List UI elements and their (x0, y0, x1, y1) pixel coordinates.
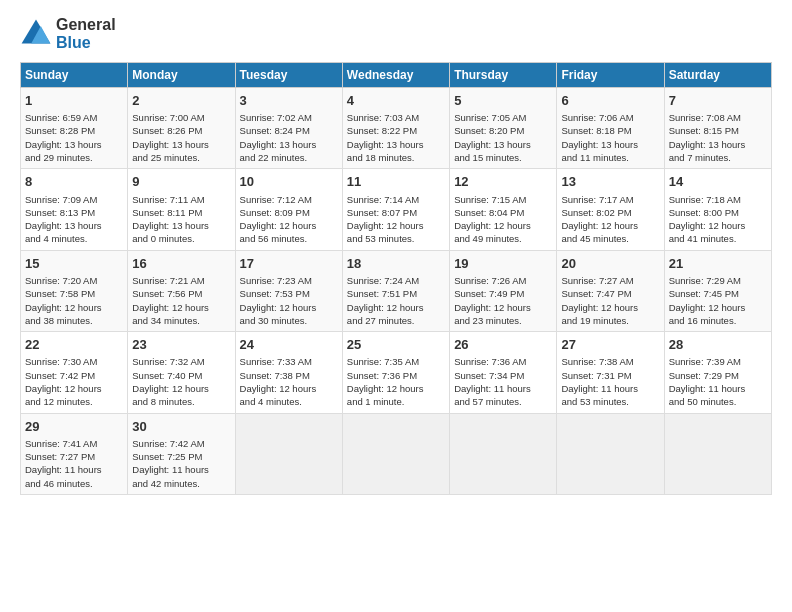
day-info-line: Daylight: 12 hours (561, 301, 659, 314)
day-number: 13 (561, 173, 659, 191)
calendar-cell: 21Sunrise: 7:29 AMSunset: 7:45 PMDayligh… (664, 250, 771, 331)
calendar-page: General Blue SundayMondayTuesdayWednesda… (0, 0, 792, 505)
day-number: 15 (25, 255, 123, 273)
calendar-cell (664, 413, 771, 494)
calendar-cell: 28Sunrise: 7:39 AMSunset: 7:29 PMDayligh… (664, 332, 771, 413)
day-info-line: Sunset: 8:07 PM (347, 206, 445, 219)
day-info-line: Daylight: 12 hours (454, 301, 552, 314)
day-info-line: and 25 minutes. (132, 151, 230, 164)
day-info-line: Sunset: 8:04 PM (454, 206, 552, 219)
day-info-line: Daylight: 12 hours (25, 382, 123, 395)
day-number: 23 (132, 336, 230, 354)
calendar-cell: 26Sunrise: 7:36 AMSunset: 7:34 PMDayligh… (450, 332, 557, 413)
day-number: 3 (240, 92, 338, 110)
day-info-line: Daylight: 11 hours (25, 463, 123, 476)
day-info-line: Sunset: 8:28 PM (25, 124, 123, 137)
day-number: 5 (454, 92, 552, 110)
day-number: 10 (240, 173, 338, 191)
day-info-line: Daylight: 12 hours (240, 219, 338, 232)
day-info-line: Sunset: 8:18 PM (561, 124, 659, 137)
day-info-line: and 53 minutes. (561, 395, 659, 408)
day-info-line: Sunrise: 7:32 AM (132, 355, 230, 368)
day-info-line: Sunset: 8:09 PM (240, 206, 338, 219)
day-info-line: Sunset: 8:00 PM (669, 206, 767, 219)
calendar-cell: 2Sunrise: 7:00 AMSunset: 8:26 PMDaylight… (128, 88, 235, 169)
day-info-line: Sunrise: 7:23 AM (240, 274, 338, 287)
day-info-line: Sunrise: 7:42 AM (132, 437, 230, 450)
day-number: 28 (669, 336, 767, 354)
day-info-line: Sunset: 7:56 PM (132, 287, 230, 300)
day-number: 30 (132, 418, 230, 436)
day-info-line: Sunset: 8:26 PM (132, 124, 230, 137)
day-info-line: Sunset: 8:20 PM (454, 124, 552, 137)
calendar-cell: 16Sunrise: 7:21 AMSunset: 7:56 PMDayligh… (128, 250, 235, 331)
day-info-line: and 19 minutes. (561, 314, 659, 327)
calendar-cell: 23Sunrise: 7:32 AMSunset: 7:40 PMDayligh… (128, 332, 235, 413)
day-number: 19 (454, 255, 552, 273)
col-header-monday: Monday (128, 63, 235, 88)
day-number: 25 (347, 336, 445, 354)
day-info-line: Sunrise: 7:08 AM (669, 111, 767, 124)
day-info-line: Sunrise: 7:12 AM (240, 193, 338, 206)
day-info-line: Sunrise: 7:26 AM (454, 274, 552, 287)
day-info-line: Sunrise: 7:17 AM (561, 193, 659, 206)
day-info-line: Sunset: 8:22 PM (347, 124, 445, 137)
logo-icon (20, 18, 52, 50)
day-info-line: Sunrise: 7:05 AM (454, 111, 552, 124)
day-info-line: and 18 minutes. (347, 151, 445, 164)
day-info-line: and 34 minutes. (132, 314, 230, 327)
day-info-line: Daylight: 12 hours (132, 382, 230, 395)
day-info-line: and 53 minutes. (347, 232, 445, 245)
calendar-table: SundayMondayTuesdayWednesdayThursdayFrid… (20, 62, 772, 495)
day-info-line: and 12 minutes. (25, 395, 123, 408)
day-info-line: Sunset: 8:13 PM (25, 206, 123, 219)
day-info-line: Sunrise: 7:41 AM (25, 437, 123, 450)
day-info-line: and 4 minutes. (240, 395, 338, 408)
day-number: 29 (25, 418, 123, 436)
calendar-cell: 4Sunrise: 7:03 AMSunset: 8:22 PMDaylight… (342, 88, 449, 169)
calendar-cell: 6Sunrise: 7:06 AMSunset: 8:18 PMDaylight… (557, 88, 664, 169)
day-info-line: Daylight: 12 hours (669, 301, 767, 314)
day-info-line: Sunset: 7:40 PM (132, 369, 230, 382)
calendar-cell: 14Sunrise: 7:18 AMSunset: 8:00 PMDayligh… (664, 169, 771, 250)
calendar-body: 1Sunrise: 6:59 AMSunset: 8:28 PMDaylight… (21, 88, 772, 495)
day-number: 20 (561, 255, 659, 273)
day-info-line: Sunset: 7:51 PM (347, 287, 445, 300)
page-header: General Blue (20, 16, 772, 52)
day-info-line: Daylight: 12 hours (240, 382, 338, 395)
calendar-cell: 24Sunrise: 7:33 AMSunset: 7:38 PMDayligh… (235, 332, 342, 413)
day-info-line: Daylight: 12 hours (347, 301, 445, 314)
day-info-line: Sunset: 8:15 PM (669, 124, 767, 137)
logo: General Blue (20, 16, 116, 52)
day-info-line: Daylight: 12 hours (454, 219, 552, 232)
calendar-cell: 8Sunrise: 7:09 AMSunset: 8:13 PMDaylight… (21, 169, 128, 250)
day-info-line: and 30 minutes. (240, 314, 338, 327)
day-info-line: Sunrise: 7:00 AM (132, 111, 230, 124)
day-info-line: and 11 minutes. (561, 151, 659, 164)
day-info-line: and 56 minutes. (240, 232, 338, 245)
day-info-line: Daylight: 11 hours (561, 382, 659, 395)
day-info-line: Sunset: 7:36 PM (347, 369, 445, 382)
col-header-tuesday: Tuesday (235, 63, 342, 88)
calendar-cell (557, 413, 664, 494)
day-info-line: Sunrise: 7:15 AM (454, 193, 552, 206)
calendar-cell: 15Sunrise: 7:20 AMSunset: 7:58 PMDayligh… (21, 250, 128, 331)
day-info-line: Sunrise: 7:03 AM (347, 111, 445, 124)
day-info-line: Daylight: 13 hours (561, 138, 659, 151)
day-number: 12 (454, 173, 552, 191)
day-number: 11 (347, 173, 445, 191)
day-info-line: Daylight: 13 hours (132, 138, 230, 151)
day-info-line: Daylight: 13 hours (669, 138, 767, 151)
day-number: 14 (669, 173, 767, 191)
calendar-cell: 27Sunrise: 7:38 AMSunset: 7:31 PMDayligh… (557, 332, 664, 413)
day-info-line: Sunrise: 7:38 AM (561, 355, 659, 368)
day-info-line: and 49 minutes. (454, 232, 552, 245)
day-info-line: Daylight: 12 hours (240, 301, 338, 314)
logo-text: General Blue (56, 16, 116, 52)
calendar-cell: 13Sunrise: 7:17 AMSunset: 8:02 PMDayligh… (557, 169, 664, 250)
day-info-line: Sunset: 7:34 PM (454, 369, 552, 382)
day-info-line: Sunset: 7:58 PM (25, 287, 123, 300)
calendar-cell: 22Sunrise: 7:30 AMSunset: 7:42 PMDayligh… (21, 332, 128, 413)
day-number: 16 (132, 255, 230, 273)
day-info-line: Sunrise: 7:29 AM (669, 274, 767, 287)
